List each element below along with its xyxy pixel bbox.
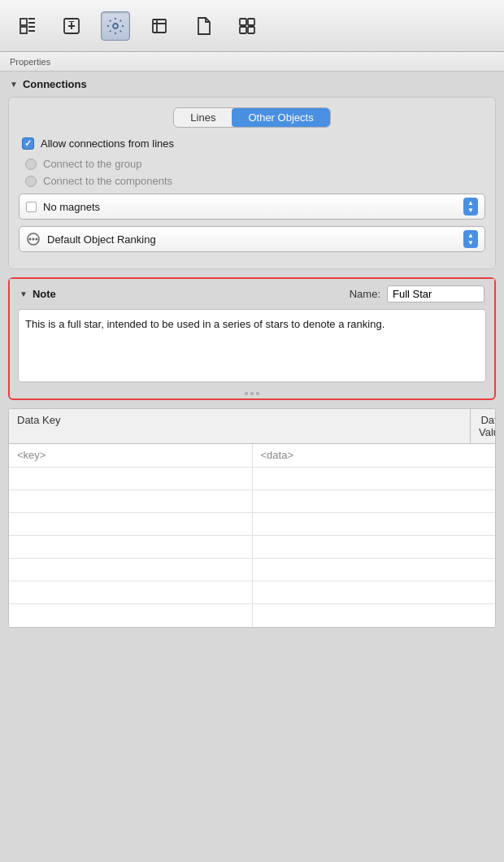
ranking-dropdown-inner: Default Object Ranking xyxy=(26,232,463,246)
note-name-input[interactable] xyxy=(387,285,484,303)
connections-arrow: ▼ xyxy=(10,80,18,89)
resize-dot-2 xyxy=(250,392,254,395)
frame-icon[interactable] xyxy=(145,11,174,41)
svg-rect-7 xyxy=(248,19,254,25)
resize-dot-1 xyxy=(245,392,248,395)
svg-rect-8 xyxy=(240,27,246,33)
svg-rect-0 xyxy=(20,19,27,25)
connect-group-label: Connect to the group xyxy=(43,158,141,170)
connect-group-row: Connect to the group xyxy=(19,158,485,170)
ranking-dropdown-row: Default Object Ranking ▲ ▼ xyxy=(19,226,485,252)
ranking-dropdown[interactable]: Default Object Ranking ▲ ▼ xyxy=(19,226,485,252)
empty-key-2 xyxy=(9,490,253,512)
note-text-content: This is a full star, intended to be used… xyxy=(25,318,385,330)
gear-icon[interactable] xyxy=(101,11,130,41)
empty-value-6 xyxy=(253,581,496,603)
tab-lines[interactable]: Lines xyxy=(174,108,232,127)
empty-key-3 xyxy=(9,513,253,535)
toolbar: T xyxy=(0,0,504,52)
magnets-dropdown[interactable]: No magnets ▲ ▼ xyxy=(19,194,485,220)
data-key-cell: <key> xyxy=(9,444,253,467)
empty-key-4 xyxy=(9,536,253,558)
ranking-label: Default Object Ranking xyxy=(47,233,156,246)
empty-key-7 xyxy=(9,604,253,627)
allow-connections-checkbox[interactable] xyxy=(22,137,34,150)
empty-key-6 xyxy=(9,581,253,603)
connections-section: ▼ Connections Lines Other Objects Allow … xyxy=(0,72,504,269)
svg-rect-6 xyxy=(240,19,246,25)
resize-dots xyxy=(245,392,259,395)
connections-label: Connections xyxy=(23,78,87,90)
table-row: <key> <data> xyxy=(9,444,495,468)
empty-value-7 xyxy=(253,604,496,627)
magnets-arrows: ▲ ▼ xyxy=(463,198,478,216)
data-value-cell: <data> xyxy=(253,444,496,467)
text-icon[interactable]: T xyxy=(57,11,86,41)
data-value-header-cell: Data Value + xyxy=(471,409,495,443)
data-value-header: Data Value xyxy=(479,414,496,438)
note-text-area[interactable]: This is a full star, intended to be used… xyxy=(18,309,486,382)
connections-tab-bar: Lines Other Objects xyxy=(19,107,485,128)
note-header: ▼ Note Name: xyxy=(10,279,494,309)
data-table: Data Key Data Value + <key> <data> xyxy=(8,408,496,628)
connections-panel: Lines Other Objects Allow connections fr… xyxy=(8,97,496,269)
ranking-arrows: ▲ ▼ xyxy=(463,230,478,248)
ranking-icon xyxy=(26,232,41,246)
document-icon[interactable] xyxy=(189,11,218,41)
empty-value-1 xyxy=(253,468,496,490)
empty-key-1 xyxy=(9,468,253,490)
svg-point-13 xyxy=(36,238,38,241)
empty-key-5 xyxy=(9,559,253,581)
empty-row-2 xyxy=(9,490,495,513)
svg-text:T: T xyxy=(68,20,75,31)
empty-row-7 xyxy=(9,604,495,627)
note-section: ▼ Note Name: This is a full star, intend… xyxy=(8,277,496,400)
note-arrow: ▼ xyxy=(20,290,28,298)
ranking-arrow-up: ▲ xyxy=(467,233,474,239)
properties-label: Properties xyxy=(10,57,50,67)
properties-header: Properties xyxy=(0,52,504,72)
magnets-checkbox xyxy=(26,202,37,212)
empty-row-3 xyxy=(9,513,495,536)
data-key-header: Data Key xyxy=(9,409,471,443)
connect-components-row: Connect to the components xyxy=(19,175,485,187)
ranking-arrow-down: ▼ xyxy=(467,240,474,246)
layout-icon[interactable] xyxy=(13,11,42,41)
tab-other-objects[interactable]: Other Objects xyxy=(232,108,329,127)
empty-value-2 xyxy=(253,490,496,512)
svg-point-11 xyxy=(29,238,32,241)
note-label: Note xyxy=(33,288,56,300)
magnets-arrow-up: ▲ xyxy=(467,200,474,207)
note-header-left: ▼ Note xyxy=(20,288,56,300)
empty-rows xyxy=(9,468,495,627)
connect-components-radio[interactable] xyxy=(25,176,37,187)
note-resize-handle[interactable] xyxy=(10,390,494,398)
grid-icon[interactable] xyxy=(232,11,262,41)
connect-components-label: Connect to the components xyxy=(43,175,172,187)
magnets-label: No magnets xyxy=(43,201,100,213)
magnets-dropdown-row: No magnets ▲ ▼ xyxy=(19,194,485,220)
empty-value-4 xyxy=(253,536,496,558)
connections-header: ▼ Connections xyxy=(0,72,504,97)
empty-value-5 xyxy=(253,559,496,581)
tab-container: Lines Other Objects xyxy=(173,107,330,128)
empty-row-6 xyxy=(9,581,495,604)
empty-row-1 xyxy=(9,468,495,490)
empty-row-4 xyxy=(9,536,495,559)
magnets-arrow-down: ▼ xyxy=(467,207,474,214)
main-content: ▼ Connections Lines Other Objects Allow … xyxy=(0,72,504,862)
allow-connections-label: Allow connections from lines xyxy=(41,137,174,150)
note-header-right: Name: xyxy=(350,285,484,303)
svg-rect-1 xyxy=(20,27,27,33)
svg-rect-5 xyxy=(153,20,166,33)
svg-point-12 xyxy=(33,238,35,241)
connect-group-radio[interactable] xyxy=(25,159,37,170)
magnets-dropdown-inner: No magnets xyxy=(26,201,463,213)
allow-connections-row: Allow connections from lines xyxy=(19,137,485,150)
svg-rect-9 xyxy=(248,27,254,33)
svg-point-4 xyxy=(113,24,118,28)
empty-value-3 xyxy=(253,513,496,535)
empty-row-5 xyxy=(9,559,495,581)
resize-dot-3 xyxy=(256,392,259,395)
data-table-header: Data Key Data Value + xyxy=(9,409,495,444)
